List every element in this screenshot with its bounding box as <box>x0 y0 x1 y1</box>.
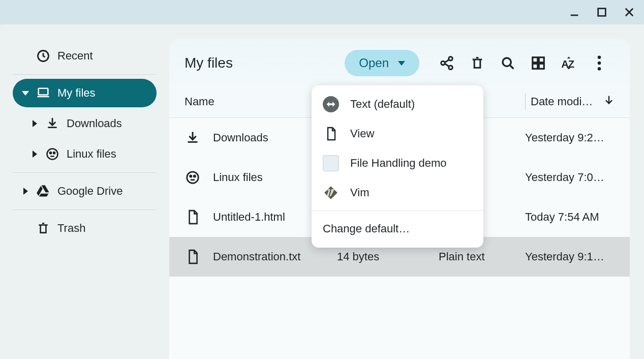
arrow-down-icon <box>603 95 615 109</box>
sidebar-item-label: Trash <box>57 222 85 235</box>
file-icon <box>185 249 201 265</box>
app-icon <box>323 155 339 171</box>
file-name: Demonstration.txt <box>213 250 300 263</box>
chevron-right-icon <box>31 151 38 158</box>
svg-point-22 <box>194 175 195 177</box>
file-date: Yesterday 9:2… <box>525 131 615 144</box>
vim-icon <box>323 185 339 201</box>
sidebar-item-downloads[interactable]: Downloads <box>22 109 157 138</box>
svg-point-10 <box>503 58 511 66</box>
trash-icon <box>36 221 50 235</box>
sidebar-item-label: Google Drive <box>57 185 122 198</box>
delete-button[interactable] <box>462 50 493 76</box>
laptop-icon <box>36 86 50 100</box>
menu-item-label: Change default… <box>323 222 410 235</box>
file-name: Linux files <box>213 171 263 184</box>
file-name: Downloads <box>213 131 268 144</box>
sidebar-item-label: Linux files <box>67 147 116 161</box>
download-icon <box>185 130 201 146</box>
open-with-menu: Text (default) View File Handling demo V… <box>312 85 483 248</box>
svg-rect-14 <box>539 64 544 69</box>
google-drive-icon <box>36 184 50 198</box>
menu-item-file-handling-demo[interactable]: File Handling demo <box>312 148 483 178</box>
sidebar-item-recent[interactable]: Recent <box>13 42 157 70</box>
sidebar-item-label: Recent <box>57 49 93 63</box>
svg-point-21 <box>190 175 192 177</box>
svg-rect-13 <box>533 64 538 69</box>
column-header-date[interactable]: Date modi… <box>531 95 615 109</box>
svg-point-6 <box>53 152 55 154</box>
chevron-right-icon <box>31 120 38 127</box>
file-date: Today 7:54 AM <box>525 211 615 224</box>
grid-view-button[interactable] <box>523 50 554 76</box>
page-title: My files <box>185 55 233 71</box>
chevron-right-icon <box>22 188 29 195</box>
file-size: 14 bytes <box>337 250 439 263</box>
svg-point-7 <box>441 61 445 65</box>
svg-rect-12 <box>539 57 544 63</box>
menu-item-change-default[interactable]: Change default… <box>312 214 483 244</box>
clock-icon <box>36 49 50 63</box>
menu-item-text-default[interactable]: Text (default) <box>312 89 483 119</box>
svg-point-18 <box>598 62 601 65</box>
content-header: My files Open AZ <box>169 39 630 85</box>
file-name: Untitled-1.html <box>213 211 285 224</box>
svg-point-4 <box>47 149 58 160</box>
menu-item-vim[interactable]: Vim <box>312 178 483 207</box>
more-options-button[interactable] <box>584 50 615 76</box>
sidebar-item-google-drive[interactable]: Google Drive <box>13 177 157 205</box>
svg-point-5 <box>50 152 51 154</box>
window-titlebar <box>0 0 644 24</box>
menu-separator <box>312 211 483 211</box>
content-pane: My files Open AZ <box>169 39 630 359</box>
chevron-down-icon <box>398 61 405 66</box>
menu-item-label: File Handling demo <box>350 157 447 170</box>
share-button[interactable] <box>432 50 462 76</box>
svg-point-20 <box>187 172 199 184</box>
svg-point-8 <box>449 57 453 61</box>
menu-item-label: View <box>350 127 374 140</box>
download-icon <box>45 116 59 131</box>
file-date: Yesterday 9:1… <box>525 250 615 263</box>
file-date: Yesterday 7:0… <box>525 171 615 184</box>
file-icon <box>323 126 339 142</box>
maximize-button[interactable] <box>596 7 607 18</box>
svg-rect-11 <box>533 57 538 63</box>
svg-rect-0 <box>571 15 578 16</box>
svg-point-9 <box>449 66 453 70</box>
sidebar: Recent My files Downloads <box>0 24 169 359</box>
file-type: Plain text <box>439 250 525 263</box>
open-dropdown-button[interactable]: Open <box>345 50 419 76</box>
open-button-label: Open <box>359 56 389 70</box>
svg-point-19 <box>598 67 601 71</box>
menu-item-label: Text (default) <box>350 98 415 111</box>
sidebar-item-label: Downloads <box>67 117 122 130</box>
svg-point-17 <box>598 56 601 59</box>
chevron-down-icon <box>22 89 29 97</box>
sort-button[interactable]: AZ <box>554 50 584 76</box>
menu-item-label: Vim <box>350 186 370 199</box>
close-button[interactable] <box>624 7 635 18</box>
linux-icon <box>45 147 59 161</box>
text-app-icon <box>323 96 339 112</box>
menu-item-view[interactable]: View <box>312 119 483 148</box>
sidebar-item-my-files[interactable]: My files <box>13 79 157 107</box>
sidebar-item-trash[interactable]: Trash <box>13 214 157 243</box>
linux-icon <box>185 169 201 186</box>
svg-rect-1 <box>598 9 606 16</box>
svg-rect-3 <box>39 88 48 95</box>
sidebar-item-linux-files[interactable]: Linux files <box>22 140 157 168</box>
minimize-button[interactable] <box>569 7 580 18</box>
file-icon <box>185 209 201 225</box>
sidebar-item-label: My files <box>57 86 96 100</box>
search-button[interactable] <box>493 50 523 76</box>
